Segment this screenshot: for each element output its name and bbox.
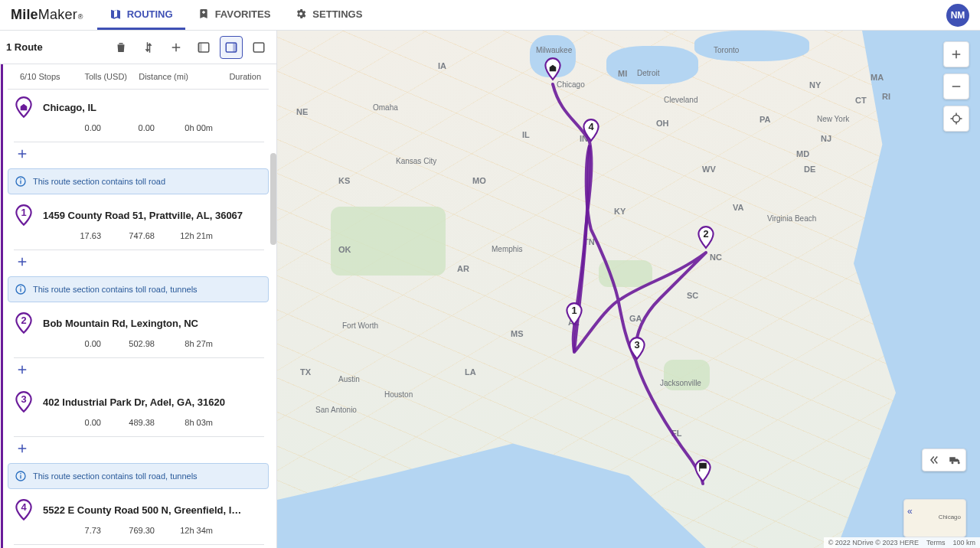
app-header: Mile Maker ® ROUTING FAVORITES SETTINGS … (0, 0, 980, 31)
add-stop-between[interactable] (8, 142, 269, 168)
svg-text:3: 3 (21, 393, 26, 405)
tab-settings-label: SETTINGS (312, 8, 362, 20)
map-attribution: © 2022 NDrive © 2023 HERE Terms 100 km (824, 537, 980, 548)
stop-title: 5522 E County Road 500 N, Greenfield, I… (43, 504, 264, 516)
svg-rect-6 (20, 181, 21, 184)
th-duration: Duration (229, 72, 264, 81)
map-layer-toggle[interactable] (922, 449, 966, 471)
map-pin-3[interactable]: 3 (627, 336, 647, 364)
stop-pin-icon: 3 (14, 390, 34, 413)
svg-rect-22 (952, 86, 961, 87)
plus-icon (169, 41, 183, 54)
stop-dist: 502.98 (129, 339, 155, 348)
stop-card[interactable]: 4 5522 E County Road 500 N, Greenfield, … (8, 492, 269, 545)
minimap[interactable]: « Chicago (903, 499, 966, 537)
route-accent (1, 64, 3, 548)
minimap-label: Chicago (939, 514, 961, 520)
logo-part1: Mile (11, 7, 38, 23)
stop-title: 402 Industrial Park Dr, Adel, GA, 31620 (43, 396, 264, 408)
stop-metrics: 0.00 489.38 8h 03m (14, 413, 264, 437)
info-banner: This route section contains toll road (8, 168, 269, 194)
svg-rect-1 (198, 43, 202, 52)
tab-favorites[interactable]: FAVORITES (185, 0, 283, 30)
plus-icon (15, 147, 29, 161)
info-text: This route section contains toll road, t… (33, 285, 198, 294)
add-stop-between[interactable] (8, 250, 269, 276)
th-tolls: Tolls (USD) (84, 72, 127, 81)
plus-icon (949, 47, 963, 61)
layout-left-button[interactable] (192, 36, 215, 59)
stop-metrics: 0.00 0.00 0h 00m (14, 119, 264, 142)
tab-routing-label: ROUTING (127, 8, 173, 20)
zoom-out-button[interactable] (943, 73, 969, 99)
map-pin-4[interactable]: 4 (581, 118, 601, 145)
scrollbar-thumb[interactable] (270, 153, 276, 245)
map-pin-home[interactable] (543, 57, 563, 84)
zoom-in-button[interactable] (943, 41, 969, 67)
delete-route-button[interactable] (109, 36, 132, 59)
stop-dur: 8h 27m (185, 339, 216, 348)
info-banner: This route section contains toll road, t… (8, 276, 269, 302)
svg-rect-15 (20, 475, 21, 479)
plus-icon (15, 442, 29, 455)
add-stop-between[interactable] (8, 437, 269, 463)
stop-metrics: 17.63 747.68 12h 21m (14, 227, 264, 250)
sidebar-actions (109, 36, 270, 59)
reverse-stops-button[interactable] (137, 36, 160, 59)
plus-icon (15, 255, 29, 269)
layout-full-button[interactable] (247, 36, 270, 59)
stop-card[interactable]: 1 1459 County Road 51, Prattville, AL, 3… (8, 197, 269, 250)
terms-link[interactable]: Terms (926, 539, 946, 546)
avatar[interactable]: NM (946, 4, 969, 27)
trash-icon (114, 41, 128, 54)
stop-card[interactable]: 3 402 Industrial Park Dr, Adel, GA, 3162… (8, 384, 269, 437)
chevrons-left-icon (926, 453, 940, 467)
tab-routing[interactable]: ROUTING (97, 0, 185, 30)
svg-rect-3 (233, 43, 237, 52)
stop-pin-icon: 4 (14, 498, 34, 521)
svg-text:2: 2 (21, 315, 26, 326)
svg-text:4: 4 (21, 501, 27, 513)
map-canvas[interactable]: IA NE KS OK TX MO AR LA MS IL IN OH MI K… (277, 31, 980, 548)
map-pin-end[interactable] (693, 458, 713, 486)
route-count: 1 Route (6, 41, 43, 53)
tab-settings[interactable]: SETTINGS (283, 0, 374, 30)
stop-toll: 0.00 (85, 418, 101, 427)
stop-toll: 0.00 (85, 339, 101, 348)
svg-rect-16 (20, 473, 21, 474)
svg-text:1: 1 (571, 305, 577, 316)
stop-card[interactable]: 2 Bob Mountain Rd, Lexington, NC 0.00 50… (8, 305, 269, 358)
swap-vertical-icon (142, 41, 155, 54)
map-pin-2[interactable]: 2 (696, 225, 716, 253)
route-polyline (277, 31, 980, 548)
collapse-toggle[interactable] (925, 452, 942, 468)
add-stop-between[interactable] (8, 358, 269, 384)
stop-dur: 12h 21m (180, 231, 216, 240)
gear-icon (295, 8, 307, 20)
stop-dur: 0h 00m (185, 123, 216, 132)
locate-button[interactable] (943, 106, 969, 132)
svg-text:2: 2 (703, 228, 708, 240)
home-pin-icon (14, 96, 34, 119)
sidebar-toolbar: 1 Route (0, 31, 276, 64)
plus-icon (15, 363, 29, 377)
stop-metrics: 7.73 769.30 12h 34m (14, 521, 264, 545)
add-route-button[interactable] (165, 36, 188, 59)
scale-text: 100 km (952, 539, 975, 546)
info-icon (15, 470, 27, 482)
stop-card[interactable]: Chicago, IL 0.00 0.00 0h 00m (8, 90, 269, 142)
th-distance: Distance (mi) (139, 72, 188, 81)
truck-layer-toggle[interactable] (946, 452, 963, 468)
layout-split-button[interactable] (220, 36, 243, 59)
th-stops: 6/10 Stops (20, 72, 60, 81)
stop-columns: 6/10 Stops Tolls (USD) Distance (mi) Dur… (8, 64, 269, 90)
stop-dist: 489.38 (129, 418, 155, 427)
stop-list[interactable]: 6/10 Stops Tolls (USD) Distance (mi) Dur… (0, 64, 276, 548)
info-banner: This route section contains toll road, t… (8, 463, 269, 489)
info-icon (15, 283, 27, 295)
minus-icon (949, 80, 963, 93)
panel-right-icon (224, 41, 238, 54)
stop-title: Bob Mountain Rd, Lexington, NC (43, 318, 264, 329)
logo-part2: Maker (38, 7, 77, 23)
map-pin-1[interactable]: 1 (564, 302, 584, 329)
